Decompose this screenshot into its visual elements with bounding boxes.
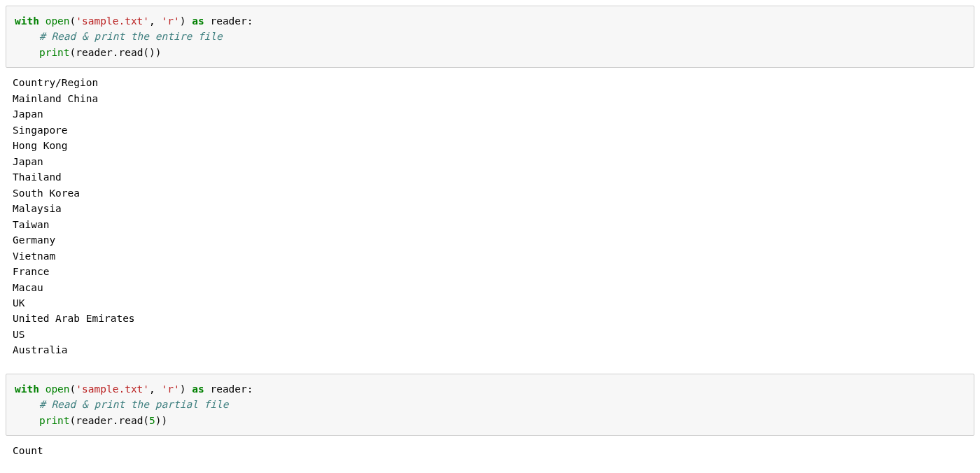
comma: ,	[149, 15, 161, 27]
call-open: (	[143, 47, 149, 58]
comment-line: # Read & print the partial file	[39, 399, 229, 410]
string-filename: 'sample.txt'	[76, 383, 149, 395]
paren-open: (	[70, 383, 76, 395]
builtin-print: print	[39, 415, 70, 426]
expr-reader: reader	[76, 47, 112, 58]
paren-open: (	[70, 47, 76, 58]
paren-close: )	[162, 415, 168, 426]
indent	[15, 31, 39, 42]
comment-line: # Read & print the entire file	[39, 31, 223, 42]
var-reader: reader:	[204, 15, 253, 27]
indent	[15, 47, 39, 58]
method-read: read	[118, 415, 143, 426]
string-filename: 'sample.txt'	[76, 15, 149, 27]
builtin-open: open	[46, 383, 70, 395]
call-close: )	[155, 415, 162, 426]
indent	[15, 415, 39, 426]
number-arg: 5	[149, 415, 155, 426]
call-close: )	[149, 47, 155, 58]
method-read: read	[118, 47, 143, 58]
paren-open: (	[70, 15, 76, 27]
output-cell-1: Country/Region Mainland China Japan Sing…	[6, 71, 974, 365]
keyword-as: as	[192, 383, 204, 395]
code-cell-2[interactable]: with open('sample.txt', 'r') as reader: …	[6, 374, 974, 436]
builtin-open: open	[46, 15, 70, 27]
keyword-as: as	[192, 15, 204, 27]
output-cell-2: Count	[6, 439, 974, 465]
string-mode: 'r'	[162, 15, 180, 27]
paren-close: )	[180, 383, 186, 395]
builtin-print: print	[39, 47, 70, 58]
code-cell-1[interactable]: with open('sample.txt', 'r') as reader: …	[6, 6, 974, 68]
paren-close: )	[180, 15, 186, 27]
keyword-with: with	[15, 383, 39, 395]
call-open: (	[143, 415, 149, 426]
comma: ,	[149, 383, 161, 395]
expr-reader: reader	[76, 415, 112, 426]
paren-close: )	[155, 47, 162, 58]
keyword-with: with	[15, 15, 39, 27]
string-mode: 'r'	[162, 383, 180, 395]
indent	[15, 399, 39, 410]
paren-open: (	[70, 415, 76, 426]
var-reader: reader:	[204, 383, 253, 395]
